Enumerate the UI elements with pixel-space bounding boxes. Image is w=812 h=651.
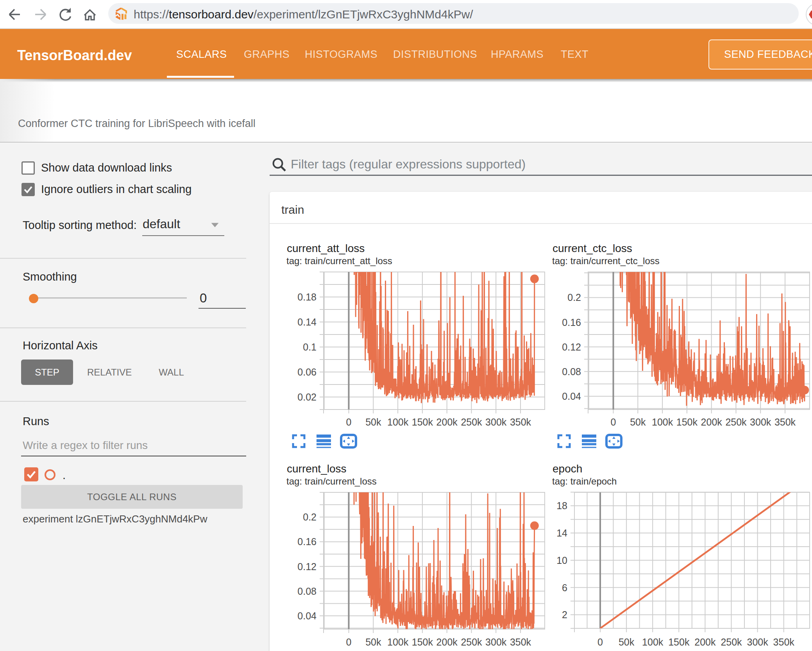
svg-text:0.02: 0.02	[297, 392, 317, 402]
svg-text:0.08: 0.08	[562, 366, 581, 377]
svg-text:100k: 100k	[652, 417, 673, 427]
svg-text:100k: 100k	[387, 637, 409, 647]
svg-text:200k: 200k	[694, 637, 716, 647]
svg-text:150k: 150k	[412, 637, 433, 647]
svg-text:current_ctc_loss: current_ctc_loss	[553, 242, 632, 254]
svg-text:150k: 150k	[676, 417, 698, 427]
svg-text:0: 0	[597, 637, 603, 647]
svg-text:tag: train/current_loss: tag: train/current_loss	[286, 476, 377, 486]
svg-text:250k: 250k	[721, 637, 742, 647]
svg-text:0.2: 0.2	[303, 512, 317, 522]
svg-text:18: 18	[556, 500, 567, 511]
svg-text:50k: 50k	[630, 417, 646, 427]
svg-text:300k: 300k	[485, 417, 507, 427]
svg-text:0.16: 0.16	[562, 317, 581, 328]
svg-text:0.06: 0.06	[297, 367, 317, 377]
svg-text:10: 10	[556, 555, 567, 566]
svg-text:50k: 50k	[619, 637, 635, 647]
svg-text:14: 14	[556, 528, 567, 538]
svg-text:0: 0	[346, 417, 352, 427]
svg-text:100k: 100k	[642, 637, 664, 647]
svg-text:tag: train/epoch: tag: train/epoch	[552, 476, 617, 486]
svg-text:200k: 200k	[436, 417, 458, 427]
svg-text:50k: 50k	[365, 637, 381, 647]
svg-text:250k: 250k	[461, 417, 482, 427]
svg-text:epoch: epoch	[553, 463, 582, 475]
svg-text:0.2: 0.2	[567, 292, 581, 303]
svg-text:300k: 300k	[750, 417, 771, 427]
svg-text:100k: 100k	[387, 417, 409, 427]
svg-text:0.14: 0.14	[297, 317, 317, 327]
svg-text:350k: 350k	[510, 417, 531, 427]
svg-text:0.1: 0.1	[303, 342, 317, 352]
svg-text:0.04: 0.04	[562, 391, 581, 402]
svg-text:200k: 200k	[436, 637, 458, 647]
svg-text:150k: 150k	[412, 417, 433, 427]
svg-text:300k: 300k	[485, 637, 507, 647]
svg-text:350k: 350k	[510, 637, 531, 647]
svg-text:0.16: 0.16	[297, 536, 317, 547]
svg-text:current_att_loss: current_att_loss	[287, 242, 365, 254]
svg-text:0.12: 0.12	[562, 342, 581, 352]
svg-text:350k: 350k	[774, 417, 796, 427]
svg-text:200k: 200k	[701, 417, 723, 427]
svg-text:0.08: 0.08	[297, 586, 317, 597]
svg-text:current_loss: current_loss	[287, 463, 347, 475]
svg-text:tag: train/current_ctc_loss: tag: train/current_ctc_loss	[552, 256, 660, 266]
svg-text:tag: train/current_att_loss: tag: train/current_att_loss	[286, 256, 392, 266]
svg-text:250k: 250k	[725, 417, 747, 427]
svg-text:0.18: 0.18	[297, 292, 317, 302]
svg-text:0: 0	[346, 637, 352, 647]
svg-text:6: 6	[562, 582, 567, 593]
svg-text:0.12: 0.12	[297, 561, 317, 572]
svg-text:350k: 350k	[773, 637, 795, 647]
svg-text:0.04: 0.04	[297, 610, 317, 621]
svg-text:50k: 50k	[365, 417, 381, 427]
svg-text:0: 0	[611, 417, 616, 427]
svg-text:150k: 150k	[668, 637, 690, 647]
svg-text:2: 2	[562, 609, 567, 620]
svg-text:300k: 300k	[747, 637, 768, 647]
svg-text:250k: 250k	[461, 637, 482, 647]
